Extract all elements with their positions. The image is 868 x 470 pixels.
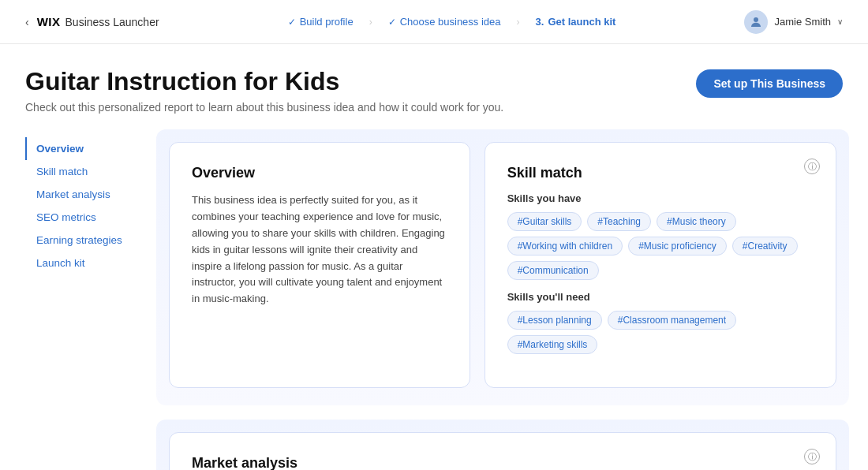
step-number: 3.	[536, 16, 544, 28]
steps-nav: ✓ Build profile › ✓ Choose business idea…	[288, 16, 616, 28]
app-name: Business Launcher	[65, 16, 159, 28]
header: ‹ WIX Business Launcher ✓ Build profile …	[0, 0, 868, 44]
tag-classroom-management: #Classroom management	[608, 311, 736, 330]
market-analysis-card: Market analysis ⓘ The global music educa…	[169, 432, 836, 470]
step-label-3: Get launch kit	[548, 16, 615, 28]
user-menu[interactable]: Jamie Smith ∨	[744, 10, 843, 34]
check-icon-2: ✓	[388, 17, 396, 28]
chevron-down-icon: ∨	[837, 17, 843, 26]
skill-match-info-icon[interactable]: ⓘ	[804, 159, 820, 174]
step-label: Build profile	[300, 16, 354, 28]
page-subtitle: Check out this personalized report to le…	[25, 101, 503, 114]
step-label-2: Choose business idea	[400, 16, 501, 28]
tag-working-with-children: #Working with children	[507, 237, 623, 256]
tag-teaching: #Teaching	[587, 212, 651, 231]
market-card-bg: Market analysis ⓘ The global music educa…	[156, 420, 849, 470]
main-layout: Overview Skill match Market analysis SEO…	[0, 129, 868, 470]
step-divider-2: ›	[517, 17, 520, 28]
sidebar-item-launch-kit[interactable]: Launch kit	[25, 252, 144, 274]
top-cards-bg: Overview This business idea is perfectly…	[156, 129, 849, 405]
tag-music-theory: #Music theory	[657, 212, 736, 231]
skill-match-title: Skill match	[507, 165, 814, 181]
step-launch-kit[interactable]: 3. Get launch kit	[536, 16, 616, 28]
sidebar-item-overview[interactable]: Overview	[25, 137, 144, 160]
skill-match-card: Skill match ⓘ Skills you have #Guitar sk…	[485, 142, 836, 388]
setup-business-button[interactable]: Set up This Business	[696, 69, 843, 98]
top-cards-row: Overview This business idea is perfectly…	[169, 142, 836, 388]
sidebar-item-skill-match[interactable]: Skill match	[25, 160, 144, 183]
sidebar-item-earning-strategies[interactable]: Earning strategies	[25, 229, 144, 252]
tag-communication: #Communication	[507, 261, 599, 280]
tag-music-proficiency: #Music proficiency	[628, 237, 727, 256]
header-left: ‹ WIX Business Launcher	[25, 15, 159, 28]
check-icon: ✓	[288, 17, 296, 28]
skills-have-label: Skills you have	[507, 192, 814, 204]
step-choose-idea[interactable]: ✓ Choose business idea	[388, 16, 501, 28]
overview-card-title: Overview	[192, 165, 447, 181]
sidebar: Overview Skill match Market analysis SEO…	[25, 129, 144, 470]
step-build-profile[interactable]: ✓ Build profile	[288, 16, 354, 28]
skills-have-tags: #Guitar skills #Teaching #Music theory #…	[507, 212, 814, 280]
content-area: Overview This business idea is perfectly…	[144, 129, 868, 470]
market-info-icon[interactable]: ⓘ	[804, 449, 820, 464]
sidebar-item-seo-metrics[interactable]: SEO metrics	[25, 206, 144, 229]
page-title: Guitar Instruction for Kids	[25, 66, 503, 96]
step-divider-1: ›	[369, 17, 372, 28]
wix-logo: WIX	[37, 15, 61, 28]
tag-lesson-planning: #Lesson planning	[507, 311, 602, 330]
sidebar-item-market-analysis[interactable]: Market analysis	[25, 183, 144, 206]
user-name: Jamie Smith	[774, 16, 831, 28]
avatar	[744, 10, 768, 34]
skills-need-label: Skills you'll need	[507, 291, 814, 303]
market-analysis-title: Market analysis	[192, 455, 814, 470]
overview-card: Overview This business idea is perfectly…	[169, 142, 470, 388]
title-text: Guitar Instruction for Kids Check out th…	[25, 66, 503, 114]
svg-point-0	[754, 17, 758, 22]
title-section: Guitar Instruction for Kids Check out th…	[0, 44, 868, 129]
tag-guitar-skills: #Guitar skills	[507, 212, 582, 231]
skills-need-tags: #Lesson planning #Classroom management #…	[507, 311, 814, 354]
overview-card-body: This business idea is perfectly suited f…	[192, 192, 447, 308]
tag-marketing-skills: #Marketing skills	[507, 335, 598, 354]
back-arrow-icon[interactable]: ‹	[25, 16, 29, 28]
tag-creativity: #Creativity	[732, 237, 798, 256]
